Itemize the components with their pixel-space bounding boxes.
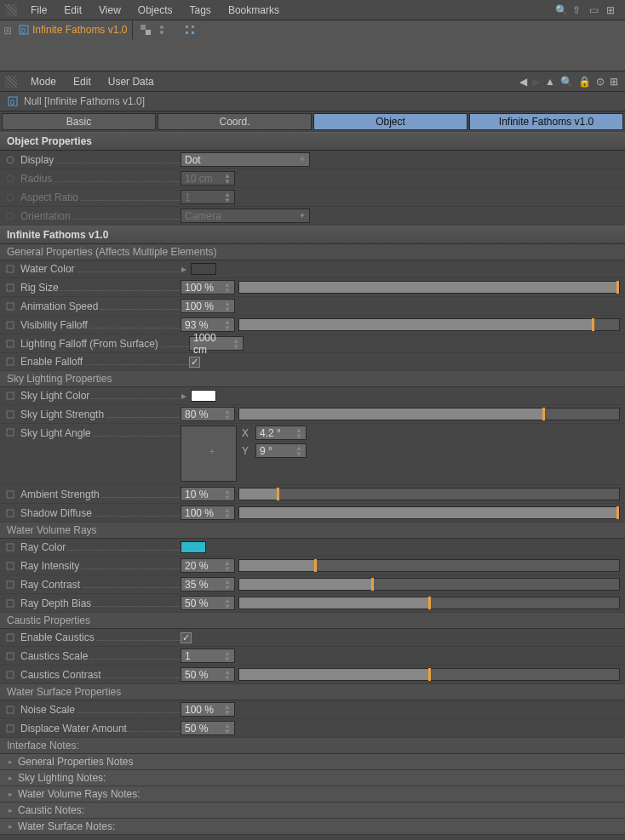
keyframe-icon[interactable] xyxy=(5,705,15,715)
keyframe-icon[interactable] xyxy=(5,320,15,330)
tab-object[interactable]: Object xyxy=(313,113,467,130)
dock-icon[interactable]: ⊞ xyxy=(606,4,618,16)
new-icon[interactable]: ⊙ xyxy=(596,76,605,88)
visibility-falloff-slider[interactable] xyxy=(238,318,620,331)
sky-strength-slider[interactable] xyxy=(238,408,620,420)
grip-icon[interactable] xyxy=(5,76,17,88)
shadow-input[interactable]: 100 %▲▼ xyxy=(181,506,235,520)
keyframe-icon[interactable] xyxy=(5,155,15,165)
keyframe-icon[interactable] xyxy=(5,339,15,349)
visibility-dot-icon[interactable] xyxy=(158,24,165,38)
enable-falloff-checkbox[interactable]: ✓ xyxy=(189,357,200,368)
menu-file[interactable]: File xyxy=(22,0,55,20)
maximize-icon[interactable]: ▭ xyxy=(589,4,601,16)
shadow-slider[interactable] xyxy=(238,506,620,519)
keyframe-icon[interactable] xyxy=(5,301,15,311)
keyframe-icon[interactable] xyxy=(5,542,15,552)
caustics-contrast-input[interactable]: 50 %▲▼ xyxy=(181,667,235,682)
tree-toggle-icon[interactable]: ⊞ xyxy=(3,25,15,37)
ray-depth-input[interactable]: 50 %▲▼ xyxy=(181,596,235,610)
keyframe-icon[interactable] xyxy=(5,357,15,367)
menu-edit-attr[interactable]: Edit xyxy=(65,71,100,92)
keyframe-icon[interactable] xyxy=(5,283,15,293)
tab-basic[interactable]: Basic xyxy=(2,113,156,130)
keyframe-icon[interactable] xyxy=(5,409,15,420)
water-color-swatch[interactable] xyxy=(191,263,216,275)
display-dropdown[interactable]: Dot▼ xyxy=(181,152,310,167)
visibility-falloff-input[interactable]: 93 %▲▼ xyxy=(181,317,235,332)
notes-caustic[interactable]: ▸Caustic Notes: xyxy=(0,803,625,819)
expand-arrow-icon[interactable]: ▸ xyxy=(181,263,187,275)
ambient-input[interactable]: 10 %▲▼ xyxy=(181,487,235,501)
ambient-slider[interactable] xyxy=(238,488,620,500)
group-notes: Interface Notes: xyxy=(0,738,625,754)
noise-input[interactable]: 100 %▲▼ xyxy=(181,702,235,717)
selection-icon[interactable] xyxy=(184,24,196,38)
prop-ray-intensity: Ray Intensity 20 %▲▼ xyxy=(0,557,625,575)
anim-speed-input[interactable]: 100 %▲▼ xyxy=(181,299,235,313)
keyframe-icon[interactable] xyxy=(5,580,15,590)
nav-back-icon[interactable]: ◀ xyxy=(519,76,527,88)
search-icon[interactable]: 🔍 xyxy=(555,4,567,16)
svg-rect-30 xyxy=(7,600,14,607)
svg-rect-33 xyxy=(7,671,14,678)
sky-strength-input[interactable]: 80 %▲▼ xyxy=(181,407,235,421)
ray-color-swatch[interactable] xyxy=(181,541,206,553)
menu-mode[interactable]: Mode xyxy=(22,71,65,92)
grip-icon[interactable] xyxy=(5,4,17,16)
ray-contrast-input[interactable]: 35 %▲▼ xyxy=(181,577,235,591)
svg-point-15 xyxy=(7,213,14,220)
keyframe-icon[interactable] xyxy=(5,651,15,661)
caustics-scale-input[interactable]: 1▲▼ xyxy=(181,649,235,663)
keyframe-icon[interactable] xyxy=(5,670,15,680)
keyframe-icon[interactable] xyxy=(5,598,15,609)
rig-size-slider[interactable] xyxy=(238,281,620,294)
home-icon[interactable]: ⇧ xyxy=(572,4,584,16)
caustics-contrast-slider[interactable] xyxy=(238,668,620,681)
menu-objects[interactable]: Objects xyxy=(129,0,181,20)
menu-tags[interactable]: Tags xyxy=(181,0,220,20)
keyframe-icon[interactable] xyxy=(5,427,15,437)
angle-y-input[interactable]: 9 °▲▼ xyxy=(255,443,307,458)
enable-caustics-checkbox[interactable]: ✓ xyxy=(181,632,192,643)
keyframe-icon[interactable] xyxy=(5,489,15,500)
rig-size-input[interactable]: 100 %▲▼ xyxy=(181,280,235,294)
ray-depth-slider[interactable] xyxy=(238,597,620,609)
crosshair-icon: + xyxy=(209,447,215,456)
keyframe-icon[interactable] xyxy=(5,723,15,734)
keyframe-icon[interactable] xyxy=(5,632,15,643)
ray-intensity-slider[interactable] xyxy=(238,559,620,572)
notes-sky[interactable]: ▸Sky Lighting Notes: xyxy=(0,770,625,786)
angle-pad[interactable]: + xyxy=(181,426,237,482)
menu-view[interactable]: View xyxy=(90,0,129,20)
lighting-falloff-input[interactable]: 1000 cm▲▼ xyxy=(189,336,244,351)
dock-icon[interactable]: ⊞ xyxy=(610,76,618,88)
expand-arrow-icon[interactable]: ▸ xyxy=(181,390,187,402)
nav-forward-icon[interactable]: ▶ xyxy=(532,76,540,88)
search-icon[interactable]: 🔍 xyxy=(560,76,573,88)
prop-caustics-contrast: Caustics Contrast 50 %▲▼ xyxy=(0,666,625,684)
notes-rays[interactable]: ▸Water Volume Rays Notes: xyxy=(0,786,625,803)
menu-bookmarks[interactable]: Bookmarks xyxy=(220,0,288,20)
notes-general[interactable]: ▸General Properties Notes xyxy=(0,754,625,770)
keyframe-icon[interactable] xyxy=(5,561,15,571)
lock-icon[interactable]: 🔒 xyxy=(578,76,591,88)
prop-caustics-scale: Caustics Scale 1▲▼ xyxy=(0,647,625,666)
nav-up-icon[interactable]: ▲ xyxy=(545,76,555,88)
layer-icon[interactable] xyxy=(140,24,152,38)
notes-surface[interactable]: ▸Water Surface Notes: xyxy=(0,819,625,835)
angle-x-input[interactable]: 4.2 °▲▼ xyxy=(255,426,307,440)
active-object-tab[interactable]: Infinite Fathoms v1.0 xyxy=(31,20,133,39)
tab-coord[interactable]: Coord. xyxy=(158,113,312,130)
ray-contrast-slider[interactable] xyxy=(238,578,620,591)
keyframe-icon[interactable] xyxy=(5,391,15,401)
keyframe-icon[interactable] xyxy=(5,508,15,518)
aspect-input: 1▲▼ xyxy=(181,190,235,204)
menu-userdata[interactable]: User Data xyxy=(100,71,163,92)
sky-color-swatch[interactable] xyxy=(191,390,216,402)
keyframe-icon[interactable] xyxy=(5,264,15,274)
ray-intensity-input[interactable]: 20 %▲▼ xyxy=(181,558,235,573)
menu-edit[interactable]: Edit xyxy=(55,0,90,20)
displace-input[interactable]: 50 %▲▼ xyxy=(181,721,235,735)
tab-plugin[interactable]: Infinite Fathoms v1.0 xyxy=(469,113,623,130)
